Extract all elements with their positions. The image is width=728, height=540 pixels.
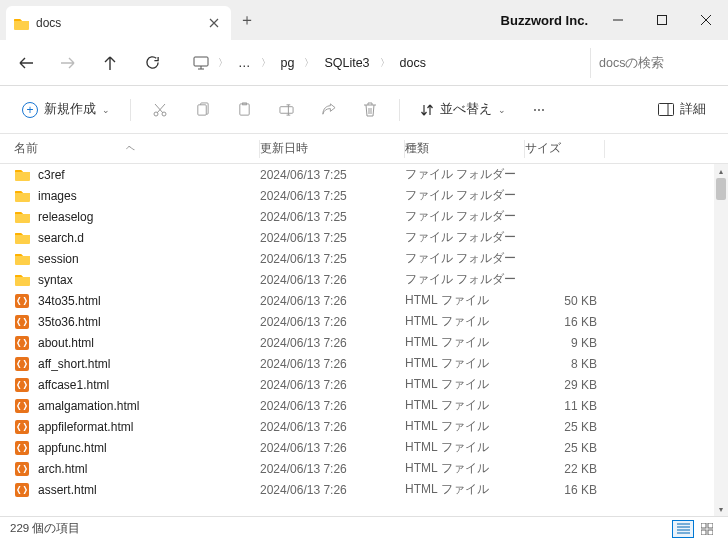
file-size: 8 KB [525, 357, 597, 371]
tab-close-button[interactable] [207, 16, 221, 30]
details-icon [658, 103, 674, 116]
column-name[interactable]: 名前ヘ [0, 140, 260, 158]
folder-icon [14, 167, 32, 183]
address-bar[interactable]: 〉 … 〉 pg 〉 SQLite3 〉 docs [184, 45, 588, 81]
file-row[interactable]: about.html2024/06/13 7:26HTML ファイル9 KB [0, 332, 728, 353]
scroll-thumb[interactable] [716, 178, 726, 200]
sort-button[interactable]: 並べ替え ⌄ [410, 95, 516, 124]
scrollbar[interactable]: ▴ ▾ [714, 164, 728, 516]
breadcrumb-item[interactable]: SQLite3 [318, 52, 375, 74]
breadcrumb-item[interactable]: docs [394, 52, 432, 74]
delete-button[interactable] [351, 92, 389, 128]
svg-rect-7 [279, 107, 292, 114]
back-button[interactable] [6, 45, 46, 81]
details-label: 詳細 [680, 101, 706, 118]
close-window-button[interactable] [684, 0, 728, 40]
svg-rect-20 [708, 523, 713, 528]
up-button[interactable] [90, 45, 130, 81]
copy-button[interactable] [183, 92, 221, 128]
maximize-button[interactable] [640, 0, 684, 40]
tab-docs[interactable]: docs [6, 6, 231, 40]
sort-label: 並べ替え [440, 101, 492, 118]
file-type: ファイル フォルダー [405, 208, 525, 225]
column-type[interactable]: 種類 [405, 140, 525, 158]
file-type: HTML ファイル [405, 460, 525, 477]
file-type: ファイル フォルダー [405, 166, 525, 183]
new-tab-button[interactable]: ＋ [231, 4, 263, 36]
file-name: appfileformat.html [38, 420, 260, 434]
scroll-down-button[interactable]: ▾ [714, 502, 728, 516]
file-size: 11 KB [525, 399, 597, 413]
file-row[interactable]: assert.html2024/06/13 7:26HTML ファイル16 KB [0, 479, 728, 500]
file-size: 9 KB [525, 336, 597, 350]
file-row[interactable]: amalgamation.html2024/06/13 7:26HTML ファイ… [0, 395, 728, 416]
search-input[interactable] [590, 48, 722, 78]
file-row[interactable]: syntax2024/06/13 7:26ファイル フォルダー [0, 269, 728, 290]
file-name: session [38, 252, 260, 266]
breadcrumb-item[interactable]: pg [275, 52, 301, 74]
file-date: 2024/06/13 7:26 [260, 420, 405, 434]
file-row[interactable]: 35to36.html2024/06/13 7:26HTML ファイル16 KB [0, 311, 728, 332]
file-row[interactable]: 34to35.html2024/06/13 7:26HTML ファイル50 KB [0, 290, 728, 311]
file-type: HTML ファイル [405, 376, 525, 393]
minimize-button[interactable] [596, 0, 640, 40]
svg-rect-0 [658, 16, 667, 25]
paste-button[interactable] [225, 92, 263, 128]
file-date: 2024/06/13 7:26 [260, 441, 405, 455]
html-icon [14, 398, 32, 414]
file-row[interactable]: appfunc.html2024/06/13 7:26HTML ファイル25 K… [0, 437, 728, 458]
file-row[interactable]: releaselog2024/06/13 7:25ファイル フォルダー [0, 206, 728, 227]
file-name: about.html [38, 336, 260, 350]
column-date[interactable]: 更新日時 [260, 140, 405, 158]
new-button[interactable]: + 新規作成 ⌄ [12, 95, 120, 124]
column-header: 名前ヘ 更新日時 種類 サイズ [0, 134, 728, 164]
file-name: releaselog [38, 210, 260, 224]
html-icon [14, 482, 32, 498]
rename-button[interactable] [267, 92, 305, 128]
sort-icon [420, 103, 434, 117]
file-date: 2024/06/13 7:26 [260, 378, 405, 392]
tab-title: docs [36, 16, 201, 30]
file-list: c3ref2024/06/13 7:25ファイル フォルダーimages2024… [0, 164, 728, 516]
view-icons-button[interactable] [696, 520, 718, 538]
file-type: HTML ファイル [405, 418, 525, 435]
details-pane-button[interactable]: 詳細 [648, 95, 716, 124]
scroll-up-button[interactable]: ▴ [714, 164, 728, 178]
more-button[interactable]: ⋯ [520, 92, 558, 128]
file-name: affcase1.html [38, 378, 260, 392]
file-type: HTML ファイル [405, 334, 525, 351]
separator [399, 99, 400, 121]
refresh-button[interactable] [132, 45, 172, 81]
svg-rect-8 [659, 104, 674, 116]
pc-icon[interactable] [188, 45, 214, 81]
cut-button[interactable] [141, 92, 179, 128]
breadcrumb-ellipsis[interactable]: … [232, 52, 257, 74]
file-name: c3ref [38, 168, 260, 182]
file-type: HTML ファイル [405, 439, 525, 456]
folder-icon [14, 209, 32, 225]
file-row[interactable]: images2024/06/13 7:25ファイル フォルダー [0, 185, 728, 206]
file-date: 2024/06/13 7:25 [260, 210, 405, 224]
file-type: HTML ファイル [405, 313, 525, 330]
column-size[interactable]: サイズ [525, 140, 605, 158]
view-details-button[interactable] [672, 520, 694, 538]
share-button[interactable] [309, 92, 347, 128]
forward-button[interactable] [48, 45, 88, 81]
file-date: 2024/06/13 7:25 [260, 189, 405, 203]
file-row[interactable]: aff_short.html2024/06/13 7:26HTML ファイル8 … [0, 353, 728, 374]
file-row[interactable]: search.d2024/06/13 7:25ファイル フォルダー [0, 227, 728, 248]
file-row[interactable]: arch.html2024/06/13 7:26HTML ファイル22 KB [0, 458, 728, 479]
chevron-right-icon[interactable]: 〉 [302, 56, 316, 70]
svg-rect-22 [708, 530, 713, 535]
file-row[interactable]: session2024/06/13 7:25ファイル フォルダー [0, 248, 728, 269]
html-icon [14, 293, 32, 309]
html-icon [14, 356, 32, 372]
chevron-right-icon[interactable]: 〉 [259, 56, 273, 70]
file-date: 2024/06/13 7:26 [260, 462, 405, 476]
file-row[interactable]: affcase1.html2024/06/13 7:26HTML ファイル29 … [0, 374, 728, 395]
chevron-right-icon[interactable]: 〉 [216, 56, 230, 70]
file-row[interactable]: appfileformat.html2024/06/13 7:26HTML ファ… [0, 416, 728, 437]
file-row[interactable]: c3ref2024/06/13 7:25ファイル フォルダー [0, 164, 728, 185]
file-name: aff_short.html [38, 357, 260, 371]
chevron-right-icon[interactable]: 〉 [378, 56, 392, 70]
